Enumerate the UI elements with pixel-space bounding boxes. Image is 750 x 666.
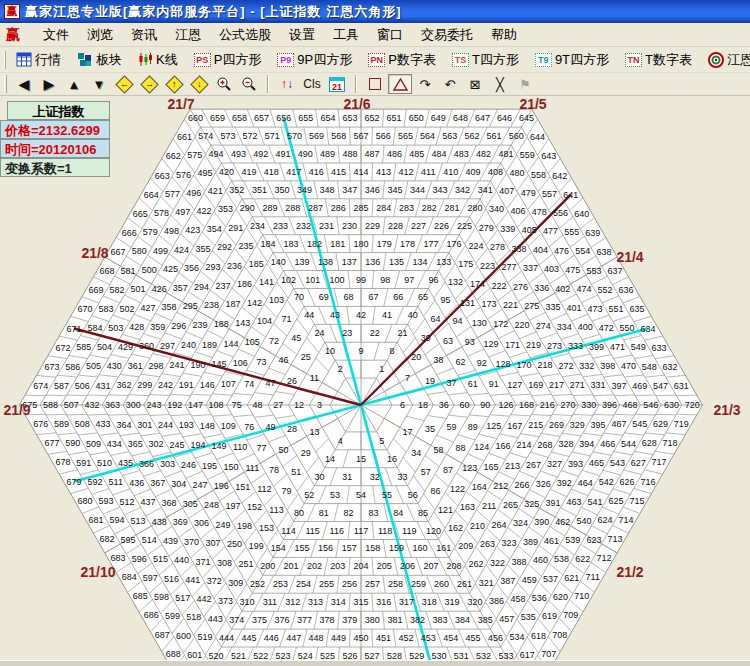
toolbar-button-9t-square[interactable]: T99T四方形 xyxy=(530,48,614,72)
diamond-down-icon: ↓ xyxy=(190,75,208,93)
svg-text:585: 585 xyxy=(76,342,91,352)
svg-text:509: 509 xyxy=(86,439,101,449)
svg-text:466: 466 xyxy=(600,439,615,449)
svg-text:150: 150 xyxy=(223,462,238,472)
svg-text:303: 303 xyxy=(160,459,175,469)
menu-item-trade[interactable]: 交易委托 xyxy=(412,23,482,47)
tool-button-step-down[interactable]: ↓ xyxy=(187,74,211,94)
svg-text:157: 157 xyxy=(342,543,357,553)
tool-button-zoom-out[interactable] xyxy=(237,74,261,94)
svg-text:108: 108 xyxy=(209,400,224,410)
toolbar-grip[interactable] xyxy=(4,75,7,93)
arrow-up-icon: ▲ xyxy=(68,77,81,92)
svg-text:657: 657 xyxy=(254,113,269,123)
svg-text:22: 22 xyxy=(370,328,380,338)
tool-button-calendar[interactable]: 21 xyxy=(325,74,349,94)
tool-button-zoom-in[interactable] xyxy=(212,74,236,94)
menu-item-tools[interactable]: 工具 xyxy=(324,23,368,47)
svg-text:441: 441 xyxy=(185,575,200,585)
gann-hexagon-chart[interactable]: 1234567891011121314151617181920212223242… xyxy=(0,97,750,660)
tool-button-step-left[interactable]: ← xyxy=(112,74,136,94)
svg-text:513: 513 xyxy=(131,516,146,526)
tool-button-box-select[interactable]: ⊠ xyxy=(463,74,487,94)
svg-text:553: 553 xyxy=(586,266,601,276)
svg-text:244: 244 xyxy=(158,420,173,430)
svg-text:86: 86 xyxy=(430,486,440,496)
tool-button-rotate-ccw[interactable]: ↶ xyxy=(438,74,462,94)
tool-button-cls[interactable]: Cls xyxy=(300,74,324,94)
svg-text:580: 580 xyxy=(132,246,147,256)
svg-text:624: 624 xyxy=(597,515,612,525)
svg-text:79: 79 xyxy=(281,486,291,496)
toolbar-button-t-square[interactable]: TST四方形 xyxy=(447,48,524,72)
svg-text:120: 120 xyxy=(426,526,441,536)
tool-button-nav-down[interactable]: ▼ xyxy=(87,74,111,94)
svg-text:121: 121 xyxy=(438,505,453,515)
tool-button-step-up[interactable]: ↑ xyxy=(162,74,186,94)
svg-text:233: 233 xyxy=(273,221,288,231)
svg-text:351: 351 xyxy=(252,185,267,195)
tool-button-rotate-cw[interactable]: ↷ xyxy=(413,74,437,94)
svg-text:326: 326 xyxy=(536,479,551,489)
menu-item-file[interactable]: 文件 xyxy=(34,23,78,47)
svg-text:38: 38 xyxy=(434,355,444,365)
toolbar-button-gann-wheel[interactable]: 江恩轮 xyxy=(703,48,750,72)
toolbar-button-9p-square[interactable]: P99P四方形 xyxy=(272,48,357,72)
svg-text:548: 548 xyxy=(642,362,657,372)
svg-text:336: 336 xyxy=(534,283,549,293)
svg-text:408: 408 xyxy=(488,167,503,177)
menu-item-help[interactable]: 帮助 xyxy=(482,23,526,47)
menu-item-gann[interactable]: 江恩 xyxy=(166,23,210,47)
svg-text:188: 188 xyxy=(214,319,229,329)
svg-text:554: 554 xyxy=(575,246,590,256)
menu-item-browse[interactable]: 浏览 xyxy=(78,23,122,47)
toolbar-grip[interactable] xyxy=(4,51,6,69)
title-bar[interactable]: 赢 赢家江恩专业版[赢家内部服务平台] - [上证指数 江恩六角形] xyxy=(0,0,750,23)
svg-text:485: 485 xyxy=(409,149,424,159)
toolbar-button-quotes[interactable]: 行情 xyxy=(11,48,66,72)
menu-item-window[interactable]: 窗口 xyxy=(368,23,412,47)
svg-text:510: 510 xyxy=(97,458,112,468)
svg-text:677: 677 xyxy=(44,438,59,448)
triangle-tool-icon xyxy=(393,78,408,91)
svg-text:317: 317 xyxy=(399,597,414,607)
tool-button-nav-right[interactable]: ▶ xyxy=(37,74,61,94)
svg-text:475: 475 xyxy=(565,265,580,275)
toolbar-button-kline[interactable]: K线 xyxy=(133,48,183,72)
menu-item-formula-picker[interactable]: 公式选股 xyxy=(210,23,280,47)
svg-text:191: 191 xyxy=(179,380,194,390)
svg-text:168: 168 xyxy=(519,400,534,410)
svg-text:305: 305 xyxy=(183,499,198,509)
tool-button-nav-up[interactable]: ▲ xyxy=(62,74,86,94)
svg-text:201: 201 xyxy=(284,561,299,571)
svg-text:556: 556 xyxy=(553,208,568,218)
svg-text:285: 285 xyxy=(353,203,368,213)
svg-text:284: 284 xyxy=(376,203,391,213)
tool-button-shrink[interactable]: ╳ xyxy=(488,74,512,94)
toolbar-button-p-table[interactable]: PNP数字表 xyxy=(363,48,441,72)
tool-button-step-right[interactable]: → xyxy=(137,74,161,94)
tool-button-updown[interactable]: ↑↓ xyxy=(275,74,299,94)
svg-text:26: 26 xyxy=(287,376,297,386)
svg-text:551: 551 xyxy=(609,304,624,314)
toolbar-button-t-table[interactable]: TNT数字表 xyxy=(620,48,697,72)
menu-item-settings[interactable]: 设置 xyxy=(280,23,324,47)
svg-text:491: 491 xyxy=(275,149,290,159)
tool-button-nav-left[interactable]: ◀ xyxy=(12,74,36,94)
menu-item-news[interactable]: 资讯 xyxy=(122,23,166,47)
svg-text:245: 245 xyxy=(169,440,184,450)
svg-text:34: 34 xyxy=(411,448,421,458)
svg-text:343: 343 xyxy=(432,185,447,195)
tool-button-rect-tool[interactable] xyxy=(363,74,387,94)
toolbar-button-p-square[interactable]: PSP四方形 xyxy=(189,48,267,72)
svg-text:518: 518 xyxy=(186,612,201,622)
svg-text:286: 286 xyxy=(331,203,346,213)
svg-text:11: 11 xyxy=(310,373,319,383)
svg-text:39: 39 xyxy=(421,333,431,343)
tool-button-triangle-tool[interactable] xyxy=(388,74,412,94)
svg-text:265: 265 xyxy=(503,500,518,510)
svg-text:250: 250 xyxy=(227,539,242,549)
svg-text:588: 588 xyxy=(43,400,58,410)
svg-text:403: 403 xyxy=(544,264,559,274)
toolbar-button-sectors[interactable]: 板块 xyxy=(72,48,127,72)
